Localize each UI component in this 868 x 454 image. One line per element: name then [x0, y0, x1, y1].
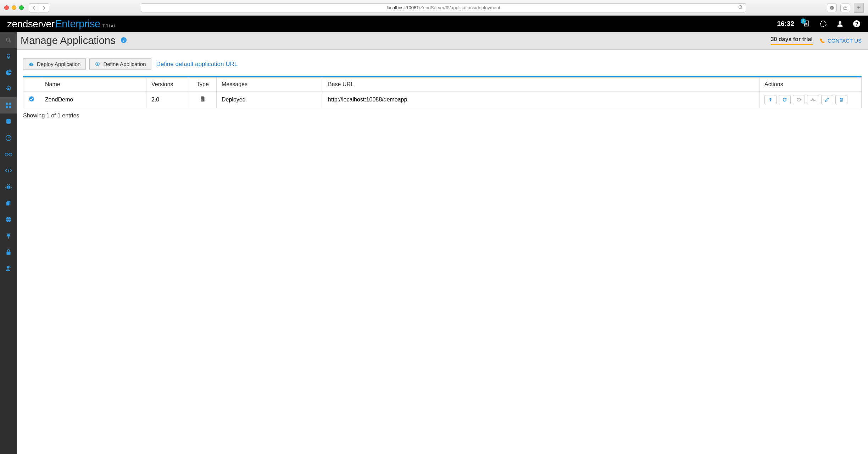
chrome-right: +: [827, 3, 864, 13]
trial-text: 30 days for trial: [771, 36, 813, 45]
col-actions: Actions: [760, 78, 862, 92]
url-path: /ZendServer/#!/applications/deployment: [419, 5, 500, 10]
loading-icon[interactable]: [819, 20, 828, 28]
svg-point-35: [97, 63, 99, 65]
action-row: Deploy Application Define Application De…: [23, 58, 862, 70]
window-controls: [4, 5, 24, 10]
svg-point-4: [839, 21, 841, 24]
action-rollback-button[interactable]: [793, 95, 805, 104]
svg-point-36: [29, 96, 34, 101]
help-icon[interactable]: ?: [852, 20, 861, 28]
cell-version: 2.0: [146, 92, 189, 108]
row-actions: [764, 95, 856, 104]
sidebar-item-lightbulb[interactable]: [0, 48, 17, 65]
col-name[interactable]: Name: [40, 78, 146, 92]
col-messages[interactable]: Messages: [217, 78, 323, 92]
url-host: localhost:10081: [386, 5, 419, 10]
close-window-button[interactable]: [4, 5, 9, 10]
url-bar[interactable]: localhost:10081/ZendServer/#!/applicatio…: [141, 3, 746, 12]
status-ok-icon: [28, 97, 35, 103]
downloads-button[interactable]: [827, 4, 837, 12]
col-type[interactable]: Type: [189, 78, 217, 92]
title-right: 30 days for trial CONTACT US: [771, 36, 862, 45]
maximize-window-button[interactable]: [19, 5, 24, 10]
app-type-icon: [200, 97, 206, 103]
nav-buttons: [29, 3, 49, 12]
contact-link[interactable]: CONTACT US: [819, 38, 862, 44]
deploy-label: Deploy Application: [37, 61, 80, 67]
col-versions[interactable]: Versions: [146, 78, 189, 92]
notifications-icon[interactable]: 2: [803, 20, 811, 28]
svg-point-7: [6, 38, 10, 41]
action-update-button[interactable]: [764, 95, 777, 104]
action-health-button[interactable]: [807, 95, 819, 104]
table-footer: Showing 1 of 1 entries: [23, 112, 862, 119]
page-title-bar: Manage Applications i 30 days for trial …: [0, 32, 868, 50]
top-bar: zendserverEnterprise TRIAL 16:32 2 ?: [0, 16, 868, 32]
define-label: Define Application: [103, 61, 146, 67]
deploy-application-button[interactable]: Deploy Application: [23, 58, 86, 70]
col-baseurl[interactable]: Base URL: [323, 78, 760, 92]
main-content: Deploy Application Define Application De…: [17, 50, 868, 127]
logo-server: server: [28, 18, 55, 30]
logo-enterprise: Enterprise: [55, 18, 100, 30]
forward-button[interactable]: [39, 4, 49, 12]
cell-baseurl: http://localhost:10088/demoapp: [323, 92, 760, 108]
col-status: [23, 78, 40, 92]
notifications-badge: 2: [801, 18, 806, 24]
applications-table: Name Versions Type Messages Base URL Act…: [23, 77, 862, 108]
minimize-window-button[interactable]: [12, 5, 16, 10]
sidebar-item-database[interactable]: [0, 114, 17, 127]
new-tab-button[interactable]: +: [854, 3, 864, 13]
applications-table-wrap: Name Versions Type Messages Base URL Act…: [23, 76, 862, 108]
user-icon[interactable]: [836, 20, 844, 28]
info-icon[interactable]: i: [121, 37, 127, 45]
svg-text:?: ?: [855, 21, 858, 27]
svg-point-3: [820, 21, 826, 27]
cell-type: [189, 92, 217, 108]
sidebar-search[interactable]: [0, 32, 17, 48]
action-delete-button[interactable]: [835, 95, 847, 104]
define-application-button[interactable]: Define Application: [89, 58, 151, 70]
sidebar-item-settings[interactable]: [0, 81, 17, 97]
svg-point-37: [201, 99, 202, 101]
svg-rect-12: [9, 103, 11, 105]
share-button[interactable]: [840, 4, 850, 12]
reload-icon[interactable]: [738, 5, 743, 11]
svg-line-8: [9, 41, 11, 42]
svg-rect-11: [6, 103, 8, 105]
clock: 16:32: [777, 20, 794, 28]
action-edit-button[interactable]: [821, 95, 833, 104]
svg-rect-14: [9, 106, 11, 108]
action-redeploy-button[interactable]: [779, 95, 791, 104]
logo-trial: TRIAL: [102, 24, 117, 28]
logo: zendserverEnterprise TRIAL: [7, 18, 117, 30]
contact-link-label: CONTACT US: [828, 38, 862, 44]
sidebar-item-chart[interactable]: [0, 65, 17, 81]
browser-chrome: localhost:10081/ZendServer/#!/applicatio…: [0, 0, 868, 16]
sidebar-item-apps[interactable]: [0, 97, 17, 114]
logo-zend: zend: [7, 18, 28, 30]
cell-message: Deployed: [217, 92, 323, 108]
back-button[interactable]: [29, 4, 39, 12]
svg-rect-13: [6, 106, 8, 108]
top-bar-right: 16:32 2 ?: [777, 20, 861, 28]
define-default-url-link[interactable]: Define default application URL: [156, 61, 238, 68]
cell-name: ZendDemo: [40, 92, 146, 108]
sidebar: [0, 32, 17, 127]
table-row[interactable]: ZendDemo 2.0 Deployed http://localhost:1…: [23, 92, 862, 108]
page-title: Manage Applications: [21, 35, 116, 46]
